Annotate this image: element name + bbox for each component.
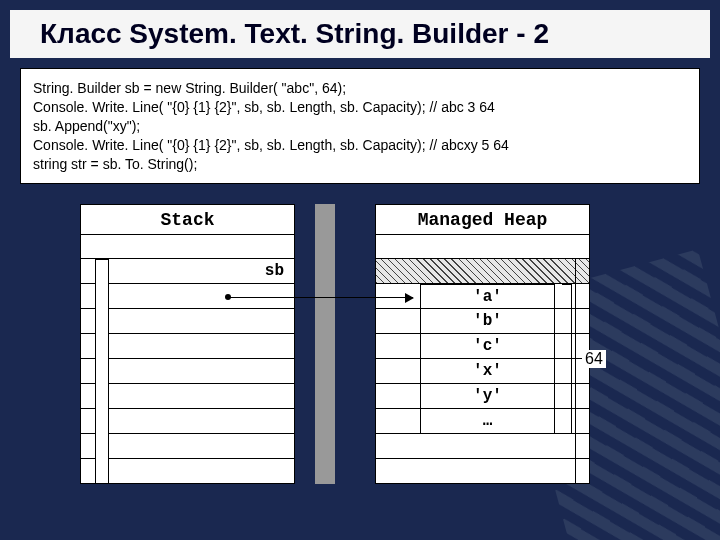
- stack-column: Stack sb: [80, 204, 295, 484]
- heap-object-header: [375, 259, 590, 284]
- capacity-bracket: [562, 284, 572, 434]
- stack-mini-column: [95, 259, 109, 484]
- stack-cell: [80, 309, 295, 334]
- heap-char-cell: 'x': [420, 359, 555, 384]
- heap-cell: [375, 234, 590, 259]
- heap-cell: [375, 459, 590, 484]
- stack-cell: [80, 409, 295, 434]
- slide: Класс System. Text. String. Builder - 2 …: [0, 0, 720, 540]
- heap-inner-border: [575, 259, 576, 484]
- stack-cell: [80, 384, 295, 409]
- stack-sb-cell: sb: [80, 259, 295, 284]
- heap-char-cell: …: [420, 409, 555, 434]
- stack-cell: [80, 434, 295, 459]
- code-block: String. Builder sb = new String. Builder…: [20, 68, 700, 184]
- heap-char-cell: 'b': [420, 309, 555, 334]
- heap-char-cell: 'y': [420, 384, 555, 409]
- sb-label: sb: [265, 259, 284, 283]
- code-line: Console. Write. Line( "{0} {1} {2}", sb,…: [33, 98, 687, 117]
- stack-cell: [80, 234, 295, 259]
- heap-header: Managed Heap: [375, 204, 590, 234]
- code-line: Console. Write. Line( "{0} {1} {2}", sb,…: [33, 136, 687, 155]
- code-line: String. Builder sb = new String. Builder…: [33, 79, 687, 98]
- stack-header: Stack: [80, 204, 295, 234]
- divider: [315, 204, 335, 484]
- stack-cell: [80, 359, 295, 384]
- pointer-arrow: [228, 297, 413, 298]
- heap-buffer: 'a' 'b' 'c' 'x' 'y' …: [420, 284, 555, 434]
- code-line: sb. Append("xy");: [33, 117, 687, 136]
- stack-cell: [80, 334, 295, 359]
- memory-diagram: Stack sb Managed Heap: [80, 204, 640, 494]
- heap-cell: [375, 434, 590, 459]
- heap-char-cell: 'a': [420, 284, 555, 309]
- page-title: Класс System. Text. String. Builder - 2: [10, 10, 710, 58]
- stack-cell: [80, 459, 295, 484]
- code-line: string str = sb. To. String();: [33, 155, 687, 174]
- capacity-label: 64: [582, 350, 606, 368]
- heap-char-cell: 'c': [420, 334, 555, 359]
